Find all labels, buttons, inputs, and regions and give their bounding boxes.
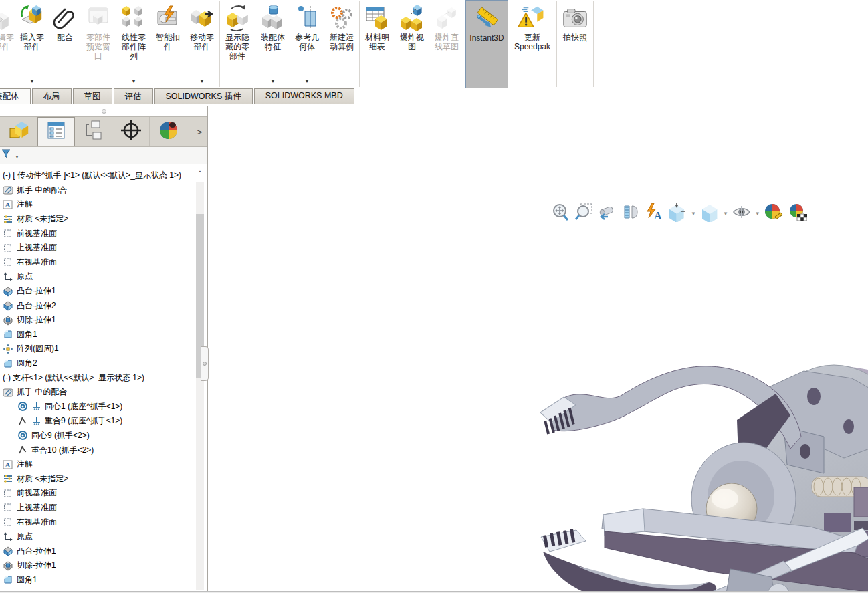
move-component-button[interactable]: 移动零 部件▼ (185, 0, 219, 88)
fillet-icon (2, 329, 14, 340)
tree-row[interactable]: 圆角1 (0, 328, 195, 342)
explode-sketch-label: 爆炸直 线草图 (435, 33, 459, 51)
reference-geometry-button[interactable]: 参考几 何体▼ (290, 0, 324, 88)
tree-item-label: 抓手 中的配合 (17, 185, 67, 196)
scrollbar-track[interactable] (196, 182, 204, 590)
manager-tab-assembly-flyout[interactable] (0, 117, 37, 146)
tree-row[interactable]: 原点 (0, 269, 195, 284)
tree-row[interactable]: (-) 支杆<1> (默认<<默认>_显示状态 1>) (0, 370, 195, 385)
fillet-icon (2, 358, 14, 369)
manager-tab-configurationmanager[interactable] (75, 117, 112, 146)
command-tab-5[interactable]: SOLIDWORKS 插件 (154, 88, 253, 104)
tree-row[interactable]: 切除-拉伸1 (0, 558, 195, 573)
insert-component-label: 插入零 部件 (20, 33, 44, 51)
insert-component-dropdown-caret[interactable]: ▼ (29, 78, 35, 84)
tree-row[interactable]: 抓手 中的配合 (0, 183, 195, 198)
section-view-button[interactable] (620, 203, 641, 223)
tree-row[interactable]: 材质 <未指定> (0, 212, 195, 227)
reference-geometry-icon (293, 3, 321, 33)
move-component-dropdown-caret[interactable]: ▼ (199, 78, 205, 84)
mate-label: 配合 (57, 33, 73, 42)
tree-row[interactable]: 右视基准面 (0, 255, 195, 270)
annotation-visibility-button[interactable]: A (643, 203, 665, 223)
hide-show-items-button[interactable] (731, 203, 752, 223)
tree-row[interactable]: 重合10 (抓手<2>) (0, 443, 195, 457)
boss-extrude-icon (2, 286, 14, 297)
tree-row[interactable]: 阵列(圆周)1 (0, 342, 195, 356)
update-speedpak-button[interactable]: 更新 Speedpak (508, 0, 556, 88)
previous-view-button[interactable] (596, 203, 618, 223)
bom-button[interactable]: 材料明 细表 (360, 0, 395, 88)
scroll-up-icon[interactable]: ⌃ (195, 170, 205, 181)
command-tab-3[interactable]: 草图 (73, 88, 112, 104)
tree-row[interactable]: 同心1 (底座^抓手<1>) (0, 400, 195, 414)
command-tab-1[interactable]: 装配体 (0, 88, 31, 104)
command-tab-2[interactable]: 布局 (32, 88, 72, 104)
gripper-assembly-model[interactable] (510, 356, 868, 593)
manager-tab-dimxpertmanager[interactable] (112, 117, 150, 146)
filter-dropdown-caret[interactable]: ▼ (15, 154, 19, 159)
tree-row[interactable]: 同心9 (抓手<2>) (0, 429, 195, 443)
tree-row[interactable]: (-) [ 传动件^抓手 ]<1> (默认<<默认>_显示状态 1>) (0, 168, 195, 183)
tree-row[interactable]: A注解 (0, 457, 195, 472)
tree-item-label: 凸台-拉伸1 (17, 546, 56, 557)
display-style-dropdown-caret[interactable]: ▼ (723, 211, 728, 217)
mate-button[interactable]: 配合 (49, 0, 80, 88)
command-tab-6[interactable]: SOLIDWORKS MBD (254, 88, 354, 104)
edit-appearance-button[interactable] (763, 203, 784, 223)
assembly-features-dropdown-caret[interactable]: ▼ (270, 78, 276, 84)
zoom-to-fit-button[interactable] (550, 203, 571, 223)
manager-tab-displaymanager[interactable] (150, 117, 187, 146)
view-orientation-button[interactable] (667, 203, 688, 223)
feature-tree: (-) [ 传动件^抓手 ]<1> (默认<<默认>_显示状态 1>)抓手 中的… (0, 168, 195, 591)
tree-row[interactable]: 重合9 (底座^抓手<1>) (0, 414, 195, 429)
tree-row[interactable]: 抓手 中的配合 (0, 385, 195, 400)
smart-fasteners-button[interactable]: 智能扣 件 (151, 0, 185, 88)
exploded-view-button[interactable]: 爆炸视 图 (395, 0, 429, 88)
tree-row[interactable]: 凸台-拉伸2 (0, 298, 195, 313)
panel-expand-chevron[interactable]: > (187, 117, 207, 146)
explode-sketch-button: 爆炸直 线草图 (429, 0, 465, 88)
panel-top-grip[interactable] (0, 106, 207, 116)
manager-tab-strip: > (0, 116, 207, 147)
panel-splitter-handle[interactable] (201, 346, 209, 381)
tree-row[interactable]: A注解 (0, 197, 195, 212)
display-style-button[interactable] (699, 203, 720, 223)
snapshot-button[interactable]: 拍快照 (557, 0, 593, 88)
hide-show-items-dropdown-caret[interactable]: ▼ (755, 211, 760, 217)
tree-row[interactable]: 上视基准面 (0, 241, 195, 255)
tree-row[interactable]: 凸台-拉伸1 (0, 284, 195, 299)
tree-row[interactable]: 圆角2 (0, 356, 195, 371)
insert-component-button[interactable]: 插入零 部件▼ (15, 0, 49, 88)
tree-row[interactable]: 右视基准面 (0, 515, 195, 529)
tree-row[interactable]: 凸台-拉伸1 (0, 544, 195, 558)
jaw-block[interactable] (854, 487, 868, 517)
zoom-to-area-button[interactable] (573, 203, 594, 223)
command-tab-bar: 装配体布局草图评估SOLIDWORKS 插件SOLIDWORKS MBD (0, 88, 868, 106)
graphics-area[interactable]: Y Z (209, 106, 868, 591)
tree-row[interactable]: 上视基准面 (0, 501, 195, 515)
tree-row[interactable]: 原点 (0, 529, 195, 544)
manager-tab-featuremanager[interactable] (37, 117, 75, 146)
filter-funnel-icon[interactable] (1, 148, 13, 162)
linear-pattern-button[interactable]: 线性零 部件阵 列▼ (116, 0, 151, 88)
plane-icon (2, 502, 14, 513)
linear-pattern-dropdown-caret[interactable]: ▼ (131, 78, 136, 84)
command-tab-4[interactable]: 评估 (114, 88, 153, 104)
tree-row[interactable]: 前视基准面 (0, 226, 195, 241)
assembly-features-button[interactable]: 装配体 特征▼ (255, 0, 290, 88)
instant3d-button[interactable]: Instant3D (465, 0, 508, 88)
tree-item-label: 凸台-拉伸1 (17, 285, 56, 297)
tree-row[interactable]: 前视基准面 (0, 486, 195, 501)
plane-icon (2, 517, 14, 527)
tree-row[interactable]: 切除-拉伸1 (0, 313, 195, 328)
tree-item-label: 同心1 (底座^抓手<1>) (45, 401, 122, 412)
apply-scene-button[interactable] (786, 203, 808, 223)
reference-geometry-dropdown-caret[interactable]: ▼ (304, 78, 310, 84)
tree-row[interactable]: 圆角1 (0, 573, 195, 588)
tree-row[interactable]: 材质 <未指定> (0, 471, 195, 486)
update-speedpak-label: 更新 Speedpak (514, 33, 550, 51)
motion-study-button[interactable]: 新建运 动算例 (324, 0, 359, 88)
show-hidden-button[interactable]: 显示隐 藏的零 部件 (220, 0, 255, 88)
view-orientation-dropdown-caret[interactable]: ▼ (691, 211, 696, 217)
